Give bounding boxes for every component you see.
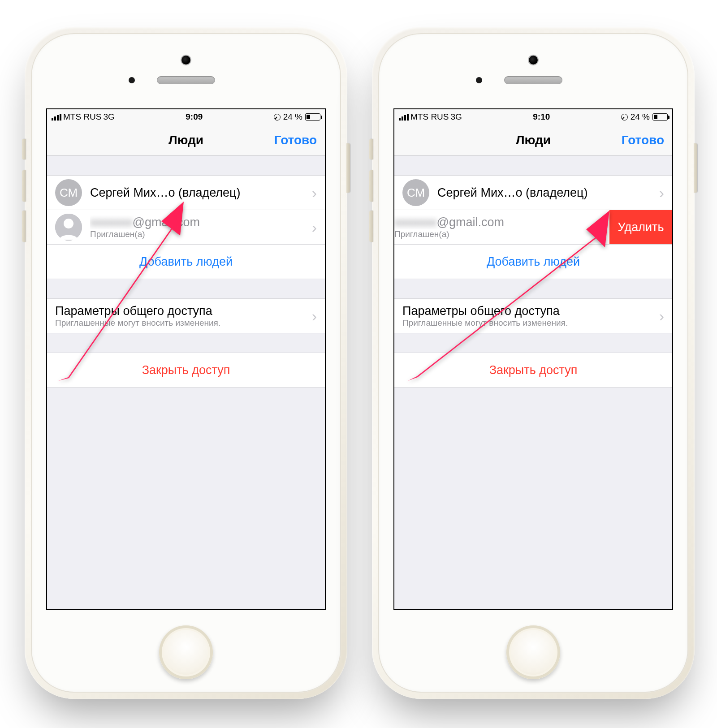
add-people-button[interactable]: Добавить людей <box>394 244 672 279</box>
power-button <box>346 143 350 193</box>
svg-point-1 <box>64 219 73 228</box>
clock: 9:10 <box>462 112 621 122</box>
invitee-row-swiped[interactable]: xxxxxxx@gmail.com Приглашен(а) › Удалить <box>394 210 672 245</box>
screen-left: MTS RUS 3G 9:09 24 % Люди Готово СМ Серг… <box>46 108 326 610</box>
owner-name: Сергей Мих…о (владелец) <box>437 186 655 200</box>
battery-label: 24 % <box>631 112 650 122</box>
carrier-label: MTS RUS <box>410 112 449 122</box>
chevron-right-icon: › <box>596 219 605 236</box>
add-people-label: Добавить людей <box>487 255 580 269</box>
invitee-email: xxxxxxx@gmail.com <box>394 215 596 229</box>
sharing-sub: Приглашенные могут вносить изменения. <box>55 318 307 328</box>
carrier-label: MTS RUS <box>63 112 102 122</box>
earpiece-speaker <box>157 76 215 84</box>
proximity-sensor <box>476 77 482 83</box>
screen-right: MTS RUS 3G 9:10 24 % Люди Готово СМ Серг… <box>393 108 673 610</box>
phone-frame-left: MTS RUS 3G 9:09 24 % Люди Готово СМ Серг… <box>25 27 347 699</box>
chevron-right-icon: › <box>307 307 317 325</box>
phone-frame-right: MTS RUS 3G 9:10 24 % Люди Готово СМ Серг… <box>372 27 695 699</box>
volume-down-button <box>22 211 26 242</box>
chevron-right-icon: › <box>307 219 317 236</box>
placeholder-avatar-icon <box>55 214 82 241</box>
close-access-button[interactable]: Закрыть доступ <box>394 353 672 388</box>
status-bar: MTS RUS 3G 9:09 24 % <box>47 109 325 125</box>
nav-bar: Люди Готово <box>394 125 672 156</box>
volume-up-button <box>22 170 26 202</box>
network-label: 3G <box>451 112 462 122</box>
orientation-lock-icon <box>621 114 628 121</box>
power-button <box>694 143 697 193</box>
sharing-options-row[interactable]: Параметры общего доступа Приглашенные мо… <box>47 298 325 333</box>
home-button[interactable] <box>506 625 560 679</box>
close-access-label: Закрыть доступ <box>489 363 578 377</box>
chevron-right-icon: › <box>655 184 664 202</box>
page-title: Люди <box>516 133 551 147</box>
mute-switch <box>22 139 26 159</box>
invitee-status: Приглашен(а) <box>90 229 307 239</box>
owner-avatar: СМ <box>402 179 429 206</box>
add-people-button[interactable]: Добавить людей <box>47 244 325 279</box>
orientation-lock-icon <box>274 114 281 121</box>
chevron-right-icon: › <box>655 307 664 325</box>
chevron-right-icon: › <box>307 184 317 202</box>
signal-icon <box>399 114 409 121</box>
sharing-title: Параметры общего доступа <box>55 304 307 318</box>
delete-label: Удалить <box>618 220 664 234</box>
owner-name: Сергей Мих…о (владелец) <box>90 186 307 200</box>
home-button[interactable] <box>159 625 213 679</box>
battery-icon <box>305 113 320 121</box>
volume-down-button <box>369 211 373 242</box>
sharing-options-row[interactable]: Параметры общего доступа Приглашенные мо… <box>394 298 672 333</box>
front-camera <box>181 56 190 65</box>
sharing-title: Параметры общего доступа <box>402 304 655 318</box>
done-button[interactable]: Готово <box>622 133 664 147</box>
nav-bar: Люди Готово <box>47 125 325 156</box>
invitee-status: Приглашен(а) <box>394 229 596 239</box>
add-people-label: Добавить людей <box>139 255 233 269</box>
battery-icon <box>652 113 668 121</box>
clock: 9:09 <box>115 112 274 122</box>
status-bar: MTS RUS 3G 9:10 24 % <box>394 109 672 125</box>
proximity-sensor <box>129 77 135 83</box>
owner-row[interactable]: СМ Сергей Мих…о (владелец) › <box>394 175 672 210</box>
battery-label: 24 % <box>283 112 302 122</box>
mute-switch <box>369 139 373 159</box>
signal-icon <box>52 114 61 121</box>
owner-row[interactable]: СМ Сергей Мих…о (владелец) › <box>47 175 325 210</box>
page-title: Люди <box>168 133 203 147</box>
close-access-button[interactable]: Закрыть доступ <box>47 353 325 388</box>
invitee-email: xxxxxxx@gmail.com <box>90 215 307 229</box>
sharing-sub: Приглашенные могут вносить изменения. <box>402 318 655 328</box>
invitee-row[interactable]: xxxxxxx@gmail.com Приглашен(а) › <box>47 210 325 245</box>
earpiece-speaker <box>504 76 562 84</box>
owner-avatar: СМ <box>55 179 82 206</box>
delete-button[interactable]: Удалить <box>609 210 672 245</box>
front-camera <box>529 56 538 65</box>
close-access-label: Закрыть доступ <box>142 363 230 377</box>
volume-up-button <box>369 170 373 202</box>
done-button[interactable]: Готово <box>274 133 317 147</box>
network-label: 3G <box>104 112 115 122</box>
